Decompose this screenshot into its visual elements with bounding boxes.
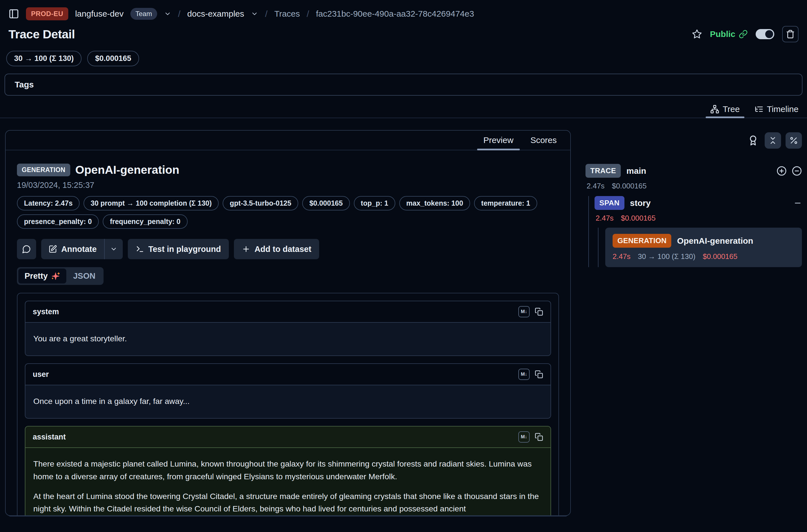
model-badge[interactable]: gpt-3.5-turbo-0125: [223, 196, 298, 210]
generation-latency: 2.47s: [613, 252, 631, 261]
collapse-all-button[interactable]: [765, 132, 781, 149]
generation-name: OpenAI-generation: [677, 236, 753, 246]
annotate-button[interactable]: Annotate: [41, 239, 104, 259]
tab-tree-label: Tree: [722, 104, 740, 114]
content-row: Preview Scores GENERATION OpenAI-generat…: [0, 118, 807, 516]
generation-tokens: 30 → 100 (Σ 130): [638, 252, 696, 261]
trace-tree-panel: TRACE main 2.47s $0.000165 SPAN story: [585, 130, 802, 267]
tags-box[interactable]: Tags: [4, 74, 803, 96]
sidebar-toggle-button[interactable]: [8, 8, 19, 19]
tree-node-trace[interactable]: TRACE main: [585, 164, 802, 178]
tab-tree[interactable]: Tree: [710, 101, 740, 118]
edit-icon: [49, 245, 57, 253]
award-icon: [748, 135, 758, 146]
metrics-toggle-button[interactable]: [786, 132, 802, 149]
top-p-badge: top_p: 1: [354, 196, 395, 210]
playground-label: Test in playground: [148, 245, 221, 254]
delete-trace-button[interactable]: [782, 26, 799, 42]
test-in-playground-button[interactable]: Test in playground: [128, 239, 229, 259]
message-role: assistant: [33, 433, 66, 441]
message-card-user: user M↓ Once upon a time in a galaxy far…: [25, 363, 551, 419]
messages-container: system M↓ You are a great storyteller.: [17, 293, 559, 516]
org-switcher-button[interactable]: [164, 10, 171, 18]
message-text: You are a great storyteller.: [33, 332, 543, 345]
markdown-toggle-button[interactable]: M↓: [518, 369, 530, 380]
message-header: system M↓: [25, 301, 550, 322]
generation-metrics: 2.47s 30 → 100 (Σ 130) $0.000165: [613, 252, 794, 261]
tab-timeline-label: Timeline: [767, 104, 799, 114]
message-tools: M↓: [518, 306, 543, 317]
collapse-node-button[interactable]: [793, 199, 802, 207]
chevrons-down-up-icon: [768, 136, 777, 145]
latency-badge: Latency: 2.47s: [17, 196, 79, 210]
annotate-dropdown-button[interactable]: [105, 239, 123, 259]
panel-tabs: Preview Scores: [6, 131, 570, 150]
breadcrumb-trace-id: fac231bc-90ee-490a-aa32-78c4269474e3: [316, 9, 474, 19]
observation-type-badge: GENERATION: [17, 164, 70, 176]
tab-scores[interactable]: Scores: [529, 131, 558, 150]
message-card-system: system M↓ You are a great storyteller.: [25, 301, 551, 356]
message-role: system: [33, 307, 59, 316]
trace-badges: 30 → 100 (Σ 130) $0.000165: [0, 42, 807, 66]
comment-icon: [22, 245, 31, 253]
title-row: Trace Detail Public: [0, 21, 807, 42]
plus-circle-icon[interactable]: [776, 166, 787, 176]
panel-left-icon: [8, 8, 19, 19]
add-to-dataset-label: Add to dataset: [255, 245, 311, 254]
tree-node-span[interactable]: SPAN story: [595, 196, 802, 210]
trace-cost: $0.000165: [612, 182, 647, 190]
trace-metrics: 2.47s $0.000165: [585, 182, 802, 190]
message-header: user M↓: [25, 364, 550, 385]
tree-zoom-controls: [776, 166, 802, 176]
trace-name: main: [626, 166, 646, 176]
message-tools: M↓: [518, 431, 543, 442]
breadcrumb-org[interactable]: langfuse-dev: [75, 9, 124, 19]
panel-body: GENERATION OpenAI-generation 19/03/2024,…: [6, 163, 570, 516]
message-content: Once upon a time in a galaxy far, far aw…: [25, 385, 550, 418]
scores-annotation-button[interactable]: [748, 135, 758, 146]
generation-type-badge: GENERATION: [613, 234, 671, 248]
public-toggle[interactable]: [756, 29, 774, 39]
bookmark-button[interactable]: [692, 29, 702, 39]
generation-row: GENERATION OpenAI-generation: [613, 234, 794, 248]
breadcrumb-traces[interactable]: Traces: [274, 9, 300, 19]
copy-button[interactable]: [535, 307, 543, 316]
tree-node-generation-selected[interactable]: GENERATION OpenAI-generation 2.47s 30 → …: [605, 228, 802, 267]
project-switcher-button[interactable]: [251, 10, 258, 18]
page-title: Trace Detail: [8, 27, 75, 41]
environment-badge[interactable]: PROD-EU: [26, 7, 68, 20]
frequency-penalty-badge: frequency_penalty: 0: [103, 214, 187, 229]
trace-token-badge: 30 → 100 (Σ 130): [6, 51, 81, 66]
breadcrumb-project[interactable]: docs-examples: [187, 9, 244, 19]
span-cost: $0.000165: [621, 214, 656, 223]
tags-label: Tags: [15, 80, 34, 90]
trace-detail-page: PROD-EU langfuse-dev Team / docs-example…: [0, 0, 807, 532]
observation-actions: Annotate Test in playground Add to data: [13, 239, 563, 259]
org-type-badge: Team: [130, 8, 157, 20]
markdown-toggle-button[interactable]: M↓: [518, 306, 530, 317]
comment-button[interactable]: [17, 239, 36, 259]
generation-cost: $0.000165: [703, 252, 737, 261]
markdown-toggle-button[interactable]: M↓: [518, 431, 530, 442]
trash-icon: [786, 30, 795, 39]
sparkles-icon: [51, 272, 60, 281]
temperature-badge: temperature: 1: [474, 196, 537, 210]
tree-icon: [710, 104, 719, 114]
annotate-split-button: Annotate: [41, 239, 123, 259]
trace-type-badge: TRACE: [585, 164, 621, 178]
public-link[interactable]: Public: [710, 29, 748, 39]
add-to-dataset-button[interactable]: Add to dataset: [234, 239, 319, 259]
format-pretty-button[interactable]: Pretty: [18, 268, 66, 284]
minus-circle-icon[interactable]: [792, 166, 802, 176]
public-label: Public: [710, 29, 735, 39]
tab-preview[interactable]: Preview: [482, 131, 515, 150]
copy-button[interactable]: [535, 433, 543, 441]
format-json-button[interactable]: JSON: [66, 268, 102, 284]
observation-timestamp: 19/03/2024, 15:25:37: [13, 180, 563, 190]
observation-panel: Preview Scores GENERATION OpenAI-generat…: [5, 130, 571, 516]
tab-timeline[interactable]: Timeline: [754, 101, 799, 118]
message-text: There existed a majestic planet called L…: [33, 458, 543, 482]
title-actions: Public: [692, 26, 799, 42]
copy-button[interactable]: [535, 370, 543, 379]
message-role: user: [33, 370, 49, 379]
